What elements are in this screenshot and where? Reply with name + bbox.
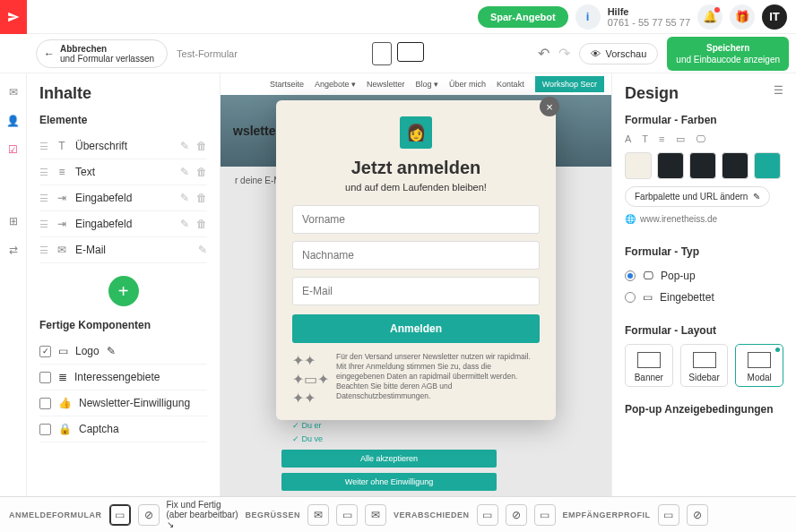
checkbox[interactable] (39, 398, 51, 409)
last-name-field[interactable] (292, 241, 540, 270)
rail-settings-icon[interactable]: ⇄ (9, 244, 18, 256)
color-swatch[interactable] (689, 152, 716, 179)
color-swatch[interactable] (657, 152, 684, 179)
components-heading: Fertige Komponenten (39, 319, 207, 331)
gift-icon[interactable]: 🎁 (730, 4, 755, 30)
viewport-mobile[interactable] (372, 42, 392, 65)
goodbye-opt-1[interactable]: ▭ (477, 504, 498, 526)
layout-sidebar[interactable]: Sidebar (680, 344, 729, 387)
goodbye-opt-2[interactable]: ⊘ (506, 504, 527, 526)
welcome-opt-1[interactable]: ✉ (307, 504, 329, 526)
component-row[interactable]: 🔒Captcha (39, 416, 207, 442)
checkbox[interactable] (39, 424, 51, 435)
viewport-desktop[interactable] (397, 42, 424, 62)
layout-shape-icon (748, 352, 771, 368)
section-profile: EMPFÄNGERPROFIL (563, 511, 651, 519)
type-popup-radio[interactable]: 🖵 Pop-up (625, 265, 783, 287)
preview-button[interactable]: 👁 Vorschau (579, 43, 658, 64)
panel-settings-icon[interactable]: ☰ (774, 84, 783, 97)
cancel-button[interactable]: ← Abbrechen und Formular verlassen (36, 39, 168, 68)
trash-icon[interactable]: 🗑 (196, 140, 207, 152)
bottom-bar: ANMELDEFORMULAR ▭ ⊘ Fix und Fertig (aber… (0, 496, 796, 532)
rail-templates-icon[interactable]: ⊞ (9, 215, 18, 227)
url-row: 🌐 www.irenetheiss.de (625, 214, 783, 224)
trash-icon[interactable]: 🗑 (196, 218, 207, 230)
layout-modal[interactable]: Modal (735, 344, 783, 387)
component-row[interactable]: 👍Newsletter-Einwilligung (39, 390, 207, 416)
drag-icon[interactable]: ☰ (39, 219, 48, 230)
pencil-icon[interactable]: ✎ (180, 218, 189, 230)
color-swatch[interactable] (625, 152, 652, 179)
help-block[interactable]: Hilfe 0761 - 55 77 55 77 (608, 6, 690, 28)
element-type-icon: T (56, 140, 68, 152)
checkbox[interactable]: ✓ (39, 346, 51, 357)
bell-icon[interactable]: 🔔 (697, 4, 722, 30)
first-name-field[interactable] (292, 205, 540, 234)
elements-heading: Elemente (39, 114, 207, 126)
component-icon: 👍 (58, 397, 72, 409)
popup-avatar: 👩 (400, 116, 432, 149)
palette-button[interactable]: Farbpalette und URL ändern ✎ (625, 186, 770, 207)
component-row[interactable]: ✓▭Logo✎ (39, 339, 207, 365)
pencil-icon[interactable]: ✎ (180, 140, 189, 152)
color-swatch[interactable] (722, 152, 748, 179)
drag-icon[interactable]: ☰ (39, 141, 48, 152)
avatar[interactable]: IT (762, 4, 787, 30)
drag-icon[interactable]: ☰ (39, 193, 48, 204)
element-type-icon: ≡ (56, 166, 68, 178)
element-row[interactable]: ☰⇥Eingabefeld✎🗑 (39, 185, 207, 211)
drag-icon[interactable]: ☰ (39, 167, 48, 178)
submit-button[interactable]: Anmelden (292, 314, 540, 343)
color-swatch[interactable] (754, 152, 781, 179)
element-row[interactable]: ☰≡Text✎🗑 (39, 159, 207, 185)
element-row[interactable]: ☰✉E-Mail✎ (39, 237, 207, 263)
eye-icon: 👁 (591, 48, 601, 59)
trash-icon[interactable]: 🗑 (196, 192, 207, 204)
goodbye-opt-3[interactable]: ▭ (534, 504, 556, 526)
panel-title: Design (625, 84, 783, 103)
inhalte-panel: Inhalte Elemente ☰TÜberschrift✎🗑☰≡Text✎🗑… (27, 73, 221, 496)
text-icon: T (642, 133, 648, 145)
email-field[interactable] (292, 277, 540, 305)
undo-button[interactable]: ↶ (538, 45, 549, 62)
checkbox[interactable] (39, 372, 51, 383)
pencil-icon[interactable]: ✎ (180, 166, 189, 178)
section-welcome: BEGRÜSSEN (246, 511, 301, 519)
component-row[interactable]: ≣Interessengebiete (39, 365, 207, 390)
element-row[interactable]: ☰⇥Eingabefeld✎🗑 (39, 211, 207, 237)
app-logo[interactable] (0, 0, 27, 34)
pencil-icon[interactable]: ✎ (107, 345, 116, 357)
layout-banner[interactable]: Banner (625, 344, 673, 387)
pencil-icon[interactable]: ✎ (180, 192, 189, 204)
close-icon[interactable]: × (540, 97, 559, 116)
align-icon: ≡ (659, 133, 664, 145)
welcome-opt-3[interactable]: ✉ (365, 504, 386, 526)
radio-off-icon (625, 292, 636, 303)
help-phone: 0761 - 55 77 55 77 (608, 17, 690, 28)
trash-icon[interactable]: 🗑 (196, 166, 207, 178)
globe-icon: 🌐 (625, 214, 636, 224)
welcome-opt-2[interactable]: ▭ (336, 504, 358, 526)
popup-title: Jetzt anmelden (292, 158, 540, 178)
save-button[interactable]: Speichern und Einbaucode anzeigen (667, 37, 789, 71)
type-embed-radio[interactable]: ▭ Eingebettet (625, 287, 783, 308)
profile-opt-1[interactable]: ▭ (658, 504, 679, 526)
rail-user-icon[interactable]: 👤 (6, 115, 20, 127)
redo-button[interactable]: ↷ (558, 45, 570, 62)
pencil-icon[interactable]: ✎ (198, 244, 207, 256)
info-icon[interactable]: i (575, 4, 601, 30)
rail-mail-icon[interactable]: ✉ (9, 86, 18, 99)
component-icon: 🔒 (58, 423, 72, 435)
radio-on-icon (625, 270, 636, 281)
element-row[interactable]: ☰TÜberschrift✎🗑 (39, 133, 207, 159)
form-check-icon[interactable]: ⊘ (138, 504, 160, 526)
form-name: Test-Formular (177, 48, 238, 59)
element-label: Eingabefeld (75, 192, 173, 204)
spar-angebot-button[interactable]: Spar-Angebot (478, 6, 568, 28)
profile-opt-2[interactable]: ⊘ (687, 504, 708, 526)
rail-forms-icon[interactable]: ☑ (8, 143, 18, 156)
add-element-button[interactable]: + (108, 276, 139, 306)
form-layout-icon[interactable]: ▭ (109, 504, 131, 526)
drag-icon[interactable]: ☰ (39, 245, 48, 256)
element-label: Eingabefeld (75, 218, 173, 230)
